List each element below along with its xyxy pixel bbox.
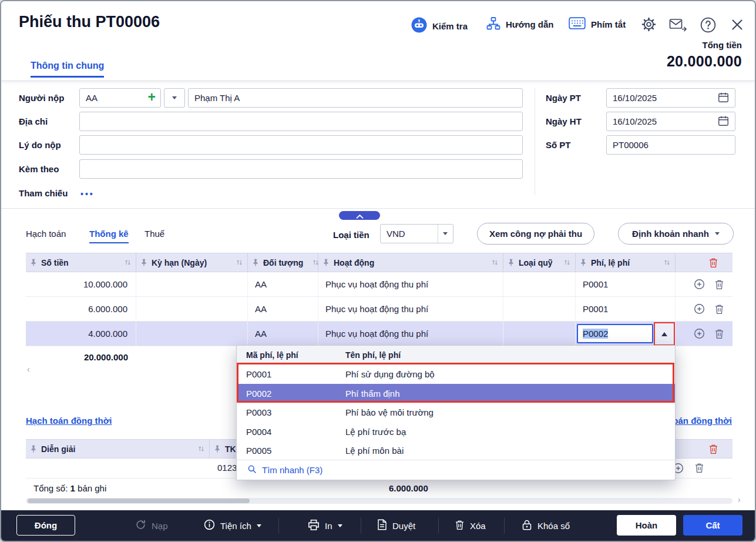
add-row-icon[interactable] bbox=[694, 279, 705, 290]
delete-all-rows-icon[interactable] bbox=[708, 444, 718, 454]
pin-icon[interactable] bbox=[253, 259, 258, 266]
fee-option-P0003[interactable]: P0003Phí bảo vệ môi trường bbox=[237, 403, 675, 422]
tab-statistics[interactable]: Thống kê bbox=[89, 229, 129, 243]
utilities-button[interactable]: Tiện ích bbox=[204, 510, 261, 541]
pin-icon[interactable] bbox=[31, 445, 36, 453]
cell-object[interactable]: AA bbox=[248, 322, 318, 346]
gear-icon[interactable] bbox=[641, 16, 657, 32]
check-button[interactable]: Kiểm tra bbox=[411, 17, 468, 35]
scroll-right-icon[interactable]: › bbox=[738, 495, 741, 504]
cell-amount[interactable]: 4.000.000 bbox=[26, 322, 136, 346]
pin-icon[interactable] bbox=[214, 445, 220, 453]
cell-activity[interactable]: Phục vụ hoạt động thu phí bbox=[318, 322, 503, 346]
posting-date-label: Ngày HT bbox=[546, 116, 582, 126]
tab-general-info[interactable]: Thông tin chung bbox=[31, 61, 104, 78]
print-button[interactable]: In bbox=[308, 510, 342, 541]
footer-separator bbox=[438, 518, 439, 533]
delete-all-rows-icon[interactable] bbox=[708, 257, 718, 268]
reload-button[interactable]: Nạp bbox=[135, 510, 168, 541]
footer-separator bbox=[278, 518, 279, 533]
trash-icon bbox=[455, 520, 465, 532]
calendar-icon[interactable] bbox=[718, 115, 729, 128]
view-receivables-button[interactable]: Xem công nợ phải thu bbox=[477, 223, 594, 245]
cell-amount[interactable]: 6.000.000 bbox=[26, 297, 136, 321]
fee-dropdown-open-button[interactable] bbox=[654, 322, 675, 346]
help-icon[interactable] bbox=[700, 17, 716, 33]
quick-posting-button[interactable]: Định khoản nhanh bbox=[618, 223, 734, 245]
cell-term[interactable] bbox=[136, 297, 248, 321]
fee-option-P0001[interactable]: P0001Phí sử dụng đường bộ bbox=[237, 364, 675, 384]
sort-icon[interactable] bbox=[564, 259, 570, 266]
cell-term[interactable] bbox=[136, 322, 248, 346]
fee-code-editor[interactable]: P0002 bbox=[577, 324, 653, 343]
sort-icon[interactable] bbox=[236, 259, 243, 266]
cell-object[interactable]: AA bbox=[248, 272, 318, 296]
undo-button[interactable]: Hoàn bbox=[617, 515, 676, 536]
cell-activity[interactable]: Phục vụ hoạt động thu phí bbox=[318, 272, 503, 296]
posting-date-field[interactable]: 16/10/2025 bbox=[606, 112, 735, 131]
shortcut-button[interactable]: Phím tắt bbox=[569, 17, 626, 31]
scroll-left-icon[interactable]: ‹ bbox=[27, 364, 30, 374]
cell-amount[interactable]: 10.000.000 bbox=[26, 272, 136, 296]
cell-fund-type[interactable] bbox=[503, 322, 576, 346]
chevron-down-icon bbox=[443, 232, 448, 235]
delete-row-icon[interactable] bbox=[694, 463, 704, 474]
table-total-amount: 20.000.000 bbox=[26, 347, 136, 367]
save-button[interactable]: Cất bbox=[683, 515, 742, 536]
horizontal-scrollbar[interactable] bbox=[26, 498, 733, 504]
guide-button[interactable]: Hướng dẫn bbox=[486, 17, 554, 32]
cell-object[interactable]: AA bbox=[248, 297, 318, 321]
cell-fund-type[interactable] bbox=[503, 272, 576, 296]
close-icon[interactable] bbox=[731, 18, 744, 31]
currency-select[interactable]: VND bbox=[380, 224, 453, 243]
voucher-number-field[interactable] bbox=[606, 135, 735, 155]
quick-search-button[interactable]: Tìm nhanh (F3) bbox=[237, 460, 675, 480]
collapse-button[interactable] bbox=[339, 211, 380, 220]
add-row-icon[interactable] bbox=[694, 328, 705, 339]
delete-row-icon[interactable] bbox=[714, 279, 724, 290]
reason-field[interactable] bbox=[79, 135, 523, 155]
payer-name-field[interactable] bbox=[188, 88, 523, 108]
fee-option-P0002-selected[interactable]: P0002Phí thẩm định bbox=[237, 384, 675, 403]
footer-separator bbox=[361, 518, 361, 533]
app-header: Phiếu thu PT00006 Kiểm tra Hướng dẫn Phí… bbox=[1, 1, 755, 81]
scrollbar-thumb[interactable] bbox=[28, 498, 250, 503]
fee-option-P0004[interactable]: P0004Lệ phí trước bạ bbox=[237, 422, 675, 441]
pin-icon[interactable] bbox=[141, 259, 147, 266]
cell-fee[interactable]: P0001 bbox=[576, 272, 676, 296]
cell-fund-type[interactable] bbox=[503, 297, 576, 321]
pin-icon[interactable] bbox=[580, 259, 586, 266]
lock-button[interactable]: Khóa sổ bbox=[522, 510, 570, 541]
tab-tax[interactable]: Thuế bbox=[145, 229, 164, 239]
sort-icon[interactable] bbox=[125, 259, 131, 266]
payer-dropdown-button[interactable] bbox=[164, 88, 185, 108]
pin-icon[interactable] bbox=[508, 259, 514, 266]
payer-code-field[interactable]: AA + bbox=[79, 88, 161, 108]
concurrent-posting-link[interactable]: Hạch toán đồng thời bbox=[26, 416, 112, 426]
delete-row-icon[interactable] bbox=[714, 329, 724, 339]
add-payer-icon[interactable]: + bbox=[148, 91, 156, 104]
attachment-field[interactable] bbox=[79, 159, 523, 179]
close-button[interactable]: Đóng bbox=[16, 515, 75, 536]
fee-option-P0005[interactable]: P0005Lệ phí môn bài bbox=[237, 441, 675, 460]
add-row-icon[interactable] bbox=[694, 303, 705, 315]
cell-term[interactable] bbox=[136, 272, 248, 296]
calendar-icon[interactable] bbox=[718, 92, 729, 105]
cell-fee[interactable]: P0001 bbox=[576, 297, 676, 321]
address-field[interactable] bbox=[79, 112, 523, 131]
sort-icon[interactable] bbox=[492, 259, 498, 266]
reason-label: Lý do nộp bbox=[19, 140, 61, 150]
mail-send-icon[interactable] bbox=[669, 18, 687, 32]
sort-icon[interactable] bbox=[664, 259, 670, 266]
cell-activity[interactable]: Phục vụ hoạt động thu phí bbox=[318, 297, 503, 321]
reference-more-icon[interactable]: ••• bbox=[80, 189, 95, 199]
delete-button[interactable]: Xóa bbox=[455, 510, 486, 541]
sort-icon[interactable] bbox=[198, 446, 204, 452]
approve-button[interactable]: Duyệt bbox=[377, 510, 415, 541]
receipt-date-field[interactable]: 16/10/2025 bbox=[606, 88, 735, 108]
pin-icon[interactable] bbox=[323, 259, 329, 266]
pin-icon[interactable] bbox=[31, 259, 36, 266]
delete-row-icon[interactable] bbox=[714, 304, 724, 315]
tab-accounting[interactable]: Hạch toán bbox=[26, 229, 66, 239]
cell-account[interactable]: 0123 bbox=[217, 463, 237, 473]
